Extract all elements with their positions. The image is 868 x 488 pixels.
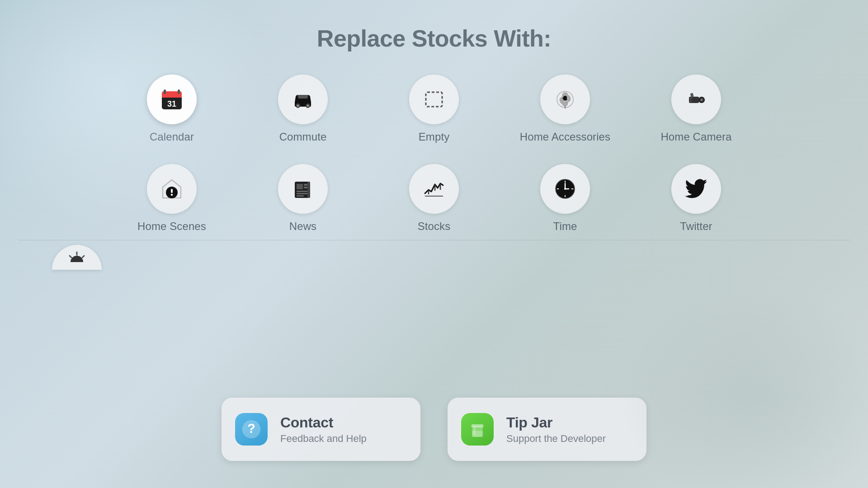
home-accessories-icon bbox=[553, 88, 577, 111]
svg-point-9 bbox=[307, 105, 309, 107]
app-item-news[interactable]: News bbox=[242, 160, 364, 240]
svg-rect-33 bbox=[307, 182, 310, 198]
empty-icon-circle bbox=[409, 75, 459, 124]
home-scenes-icon-circle bbox=[147, 164, 197, 214]
svg-rect-24 bbox=[171, 189, 173, 193]
home-camera-icon-circle bbox=[671, 75, 721, 124]
app-item-commute[interactable]: Commute bbox=[242, 70, 364, 150]
question-mark-icon: ? bbox=[241, 419, 261, 439]
svg-rect-16 bbox=[689, 97, 699, 103]
apps-row-1: 31 Calendar Commute bbox=[0, 70, 868, 150]
svg-rect-27 bbox=[297, 184, 303, 189]
bottom-cards-section: ? Contact Feedback and Help Tip Jar Supp… bbox=[0, 398, 868, 461]
app-item-stocks[interactable]: Stocks bbox=[373, 160, 495, 240]
app-item-calendar[interactable]: 31 Calendar bbox=[111, 70, 233, 150]
contact-card-text: Contact Feedback and Help bbox=[280, 414, 367, 445]
svg-rect-54 bbox=[471, 424, 483, 427]
partial-icon bbox=[52, 245, 102, 270]
svg-rect-30 bbox=[297, 191, 307, 192]
svg-rect-10 bbox=[426, 92, 442, 107]
twitter-label: Twitter bbox=[680, 220, 712, 233]
svg-rect-4 bbox=[178, 89, 180, 94]
app-item-twitter[interactable]: Twitter bbox=[635, 160, 757, 240]
svg-text:?: ? bbox=[247, 421, 255, 436]
svg-rect-28 bbox=[304, 184, 307, 186]
commute-icon-circle bbox=[278, 75, 328, 124]
section-divider bbox=[18, 240, 850, 240]
news-icon-circle bbox=[278, 164, 328, 214]
calendar-icon: 31 bbox=[160, 88, 184, 111]
empty-label: Empty bbox=[419, 131, 450, 143]
twitter-icon bbox=[684, 177, 708, 201]
app-item-home-camera[interactable]: Home Camera bbox=[635, 70, 757, 150]
news-label: News bbox=[289, 220, 316, 233]
tipjar-subtitle: Support the Developer bbox=[506, 433, 606, 445]
time-icon bbox=[553, 177, 577, 201]
app-item-home-accessories[interactable]: Home Accessories bbox=[504, 70, 626, 150]
tipjar-card[interactable]: Tip Jar Support the Developer bbox=[448, 398, 646, 461]
tipjar-card-icon bbox=[461, 413, 494, 446]
tipjar-card-text: Tip Jar Support the Developer bbox=[506, 414, 606, 445]
app-item-home-scenes[interactable]: Home Scenes bbox=[111, 160, 233, 240]
apps-row-2: Home Scenes News bbox=[0, 160, 868, 240]
commute-label: Commute bbox=[279, 131, 327, 143]
app-item-time[interactable]: Time bbox=[504, 160, 626, 240]
svg-point-13 bbox=[563, 96, 567, 99]
svg-rect-56 bbox=[474, 427, 476, 435]
svg-line-49 bbox=[70, 256, 71, 258]
time-icon-circle bbox=[540, 164, 590, 214]
tipjar-title: Tip Jar bbox=[506, 414, 606, 431]
jar-icon bbox=[467, 419, 487, 439]
partial-row bbox=[0, 245, 868, 270]
home-scenes-icon bbox=[160, 177, 184, 201]
svg-rect-2 bbox=[162, 95, 182, 98]
page-title: Replace Stocks With: bbox=[0, 0, 868, 70]
contact-card-icon: ? bbox=[235, 413, 268, 446]
home-accessories-icon-circle bbox=[540, 75, 590, 124]
svg-rect-32 bbox=[297, 195, 304, 197]
svg-line-50 bbox=[82, 256, 84, 258]
app-item-empty[interactable]: Empty bbox=[373, 70, 495, 150]
home-scenes-label: Home Scenes bbox=[137, 220, 206, 233]
home-accessories-label: Home Accessories bbox=[520, 131, 610, 143]
partial-app-icon bbox=[65, 250, 89, 262]
stocks-icon-circle bbox=[409, 164, 459, 214]
svg-point-19 bbox=[701, 99, 703, 101]
contact-subtitle: Feedback and Help bbox=[280, 433, 367, 445]
news-icon bbox=[291, 177, 315, 201]
svg-rect-29 bbox=[304, 187, 307, 188]
svg-point-25 bbox=[171, 194, 173, 196]
time-label: Time bbox=[553, 220, 577, 233]
svg-text:31: 31 bbox=[167, 99, 176, 108]
svg-rect-31 bbox=[297, 193, 307, 194]
empty-icon bbox=[422, 88, 446, 111]
twitter-icon-circle bbox=[671, 164, 721, 214]
stocks-label: Stocks bbox=[418, 220, 451, 233]
svg-point-46 bbox=[564, 188, 566, 190]
calendar-label: Calendar bbox=[150, 131, 194, 143]
stocks-icon bbox=[422, 177, 446, 201]
svg-point-21 bbox=[690, 98, 692, 99]
calendar-icon-circle: 31 bbox=[147, 75, 197, 124]
svg-point-8 bbox=[297, 105, 299, 107]
home-camera-icon bbox=[684, 88, 708, 111]
commute-icon bbox=[291, 88, 315, 111]
svg-point-47 bbox=[71, 256, 83, 262]
contact-card[interactable]: ? Contact Feedback and Help bbox=[222, 398, 420, 461]
svg-point-22 bbox=[690, 101, 692, 102]
home-camera-label: Home Camera bbox=[660, 131, 731, 143]
contact-title: Contact bbox=[280, 414, 367, 431]
svg-rect-3 bbox=[164, 89, 166, 94]
